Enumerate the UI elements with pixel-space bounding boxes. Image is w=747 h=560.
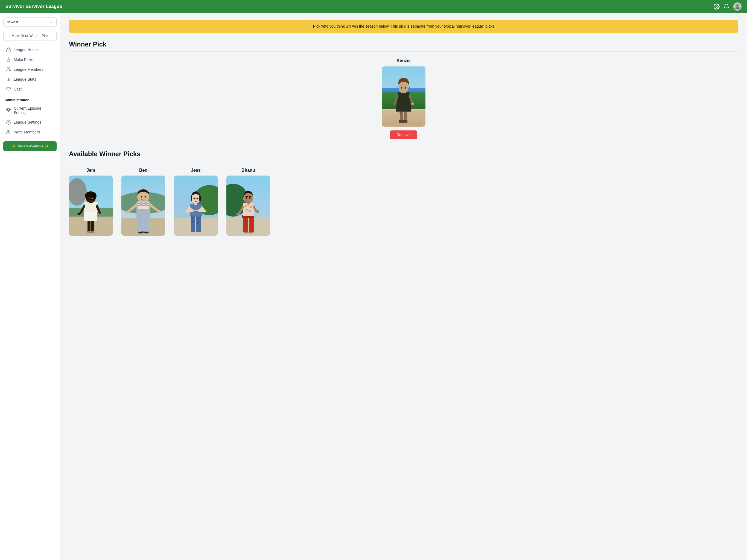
available-picks-grid: Jem	[69, 168, 738, 236]
svg-point-86	[250, 206, 252, 208]
svg-point-70	[194, 198, 195, 199]
gear-icon	[6, 120, 11, 125]
svg-point-95	[243, 199, 244, 200]
section-divider	[69, 51, 738, 52]
svg-point-54	[126, 210, 129, 213]
sidebar: newest Make Your Winner Pick League Home…	[0, 13, 60, 560]
bhanu-card	[226, 176, 270, 236]
svg-point-0	[716, 6, 718, 7]
mask-icon	[6, 87, 11, 92]
winner-pick-title: Winner Pick	[69, 41, 738, 48]
trophy-icon	[6, 108, 11, 113]
sidebar-item-invite-members[interactable]: Invite Members	[2, 127, 58, 137]
svg-rect-42	[121, 218, 165, 236]
svg-point-56	[137, 192, 149, 202]
svg-rect-80	[243, 216, 248, 232]
info-banner: Pick who you think will win the season b…	[69, 20, 738, 33]
remove-winner-pick-button[interactable]: Remove	[390, 130, 417, 139]
nav-label: Make Picks	[14, 57, 33, 62]
sidebar-item-cast[interactable]: Cast	[2, 84, 58, 94]
svg-point-38	[87, 231, 91, 233]
svg-rect-94	[247, 202, 250, 204]
kenzie-card	[382, 67, 426, 127]
svg-rect-61	[174, 218, 217, 236]
svg-point-88	[249, 210, 251, 212]
svg-point-21	[405, 87, 406, 88]
current-winner-pick: Kenzie	[69, 58, 738, 139]
sidebar-item-league-home[interactable]: League Home	[2, 45, 58, 55]
pick-jem[interactable]: Jem	[69, 168, 113, 236]
sidebar-item-make-picks[interactable]: Make Picks	[2, 55, 58, 65]
dropdown-value: newest	[7, 20, 18, 24]
svg-point-87	[246, 209, 248, 210]
svg-point-93	[249, 198, 251, 199]
pick-ben[interactable]: Ben	[121, 168, 165, 236]
users-icon	[6, 67, 11, 72]
section-divider-2	[69, 161, 738, 161]
league-dropdown[interactable]: newest	[3, 18, 57, 27]
svg-point-55	[157, 210, 161, 213]
svg-point-39	[91, 231, 95, 233]
settings-icon[interactable]	[714, 4, 720, 9]
svg-point-37	[77, 213, 80, 215]
svg-point-89	[256, 210, 259, 213]
svg-point-58	[145, 196, 146, 198]
svg-point-91	[243, 193, 253, 203]
svg-point-85	[248, 204, 249, 206]
svg-point-19	[398, 82, 409, 93]
svg-point-7	[8, 122, 9, 123]
jem-card	[69, 176, 113, 236]
svg-rect-28	[91, 219, 94, 232]
nav-label: League Settings	[14, 120, 41, 124]
pick-name-bhanu: Bhanu	[241, 168, 255, 173]
winner-pick-name: Kenzie	[396, 58, 411, 63]
nav-label: Current Episode Settings	[14, 106, 54, 115]
svg-rect-27	[87, 219, 91, 232]
user-avatar[interactable]	[733, 2, 742, 11]
sidebar-item-current-episode-settings[interactable]: Current Episode Settings	[2, 104, 58, 117]
sidebar-item-league-stats[interactable]: League Stats	[2, 74, 58, 84]
svg-point-92	[246, 198, 248, 199]
bar-chart-icon	[6, 77, 11, 82]
svg-point-32	[85, 192, 97, 200]
results-available-button[interactable]: ✨ Results Available ✨	[3, 142, 57, 151]
app-title: Survivor Survivor League	[5, 4, 62, 9]
admin-section-title: Administration	[0, 94, 60, 104]
available-picks-title: Available Winner Picks	[69, 150, 738, 158]
svg-point-71	[197, 198, 198, 199]
svg-rect-6	[7, 108, 9, 110]
svg-rect-30	[84, 202, 98, 212]
pick-name-ben: Ben	[139, 168, 147, 173]
svg-rect-14	[382, 110, 426, 127]
nav-label: League Stats	[14, 77, 36, 81]
svg-rect-18	[403, 120, 407, 123]
user-plus-icon	[6, 130, 11, 134]
svg-point-84	[244, 205, 247, 207]
jess-card	[174, 176, 217, 236]
svg-rect-68	[191, 196, 192, 201]
svg-point-1	[7, 68, 9, 69]
sidebar-item-league-settings[interactable]: League Settings	[2, 117, 58, 127]
chevron-down-icon	[49, 20, 53, 24]
main-content: Pick who you think will win the season b…	[60, 13, 747, 560]
app-header: Survivor Survivor League	[0, 0, 747, 13]
make-winner-pick-button[interactable]: Make Your Winner Pick	[3, 31, 57, 41]
svg-point-8	[7, 130, 9, 132]
header-icons	[714, 2, 742, 11]
svg-point-35	[89, 198, 90, 199]
nav-label: Invite Members	[14, 130, 40, 134]
bell-icon[interactable]	[723, 4, 729, 9]
pick-bhanu[interactable]: Bhanu	[226, 168, 270, 236]
nav-label: Cast	[14, 87, 22, 91]
svg-rect-77	[226, 218, 270, 236]
flame-icon	[6, 57, 11, 62]
svg-rect-51	[138, 205, 149, 206]
sidebar-item-league-members[interactable]: League Members	[2, 65, 58, 74]
nav-label: League Members	[14, 67, 44, 72]
svg-rect-17	[399, 120, 404, 123]
svg-rect-81	[249, 216, 254, 232]
ben-card	[121, 176, 165, 236]
pick-name-jem: Jem	[86, 168, 95, 173]
pick-jess[interactable]: Jess	[174, 168, 217, 236]
home-icon	[6, 47, 11, 52]
